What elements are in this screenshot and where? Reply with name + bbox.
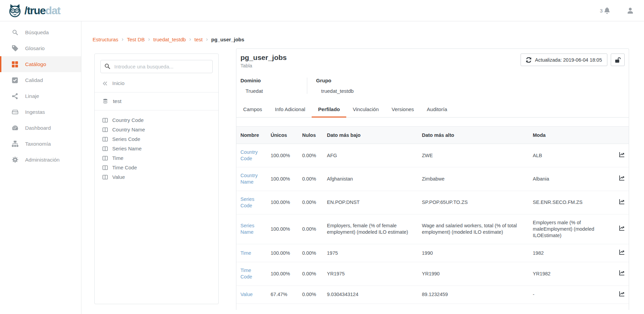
sidebar-item[interactable]: Linaje [0,88,81,104]
main-content: Estructuras › Test DB › truedat_testdb ›… [81,21,644,314]
chart-line-icon[interactable] [619,249,625,255]
highest-value-cell: YR1990 [418,262,529,286]
metadata-field: Dominio Truedat [240,78,307,94]
breadcrumb-separator: › [206,36,208,42]
sidebar-item[interactable]: Dashboard [0,120,81,136]
nulls-percent-cell: 0.00% [298,214,323,244]
field-name-link[interactable]: Time Code [240,268,252,279]
divider [95,92,218,92]
chart-line-icon[interactable] [619,199,625,205]
unique-percent-cell: 100.00% [267,262,298,286]
structure-type-label: Tabla [240,63,287,68]
tree-field-item[interactable]: Time Code [102,165,213,170]
sidebar-item-label: Ingestas [25,109,45,115]
sidebar-item[interactable]: Catálogo [0,56,81,72]
metadata-value: Truedat [246,88,297,94]
profile-table-row: Time Code 100.00% 0.00% YR1975 YR1990 YR… [236,262,629,286]
highest-value-cell: SP.POP.65UP.TO.ZS [418,191,529,214]
highest-value-cell: Zimbabwe [418,167,529,191]
actions-column-header [610,127,629,144]
breadcrumb-link[interactable]: Test DB [127,37,145,42]
user-icon[interactable] [627,7,634,14]
columns-icon [102,165,108,170]
field-name-link[interactable]: Country Code [240,149,258,161]
chart-line-icon[interactable] [619,270,625,276]
tree-field-item[interactable]: Series Code [102,136,213,142]
metadata-field: Grupo truedat_testdb [307,78,373,94]
profile-table-row: Country Code 100.00% 0.00% AFG ZWE ALB [236,144,629,167]
sidebar-item[interactable]: Taxonomía [0,136,81,152]
angle-double-left-icon [102,81,108,86]
breadcrumb-current: pg_user_jobs [211,37,245,42]
field-name-link[interactable]: Series Name [240,223,254,235]
tab[interactable]: Info Adicional [269,102,312,118]
mode-value-cell: ALB [529,144,610,167]
mode-value-cell: YR1982 [529,262,610,286]
breadcrumb-link[interactable]: truedat_testdb [153,37,186,42]
tree-search-input[interactable] [100,60,213,73]
mode-value-cell: - [529,286,610,303]
lowest-value-cell: AFG [323,144,418,167]
unique-percent-cell: 100.00% [267,144,298,167]
breadcrumb-separator: › [189,36,191,42]
breadcrumb: Estructuras › Test DB › truedat_testdb ›… [93,36,628,42]
truedat-logo[interactable]: /truedat [7,3,60,18]
top-navbar: /truedat 3 [0,0,644,21]
notifications-button[interactable]: 3 [600,7,610,14]
chart-line-icon[interactable] [619,175,625,181]
field-name-link[interactable]: Value [240,292,253,297]
unique-percent-cell: 100.00% [267,214,298,244]
breadcrumb-separator: › [148,36,150,42]
unique-percent-cell: 100.00% [267,167,298,191]
tree-back-label: Inicio [112,80,124,86]
sidebar-item[interactable]: Glosario [0,40,81,56]
breadcrumb-link[interactable]: test [194,37,202,42]
field-name-link[interactable]: Time [240,250,251,256]
lowest-value-cell: Afghanistan [323,167,418,191]
tree-field-item[interactable]: Country Code [102,117,213,123]
tab[interactable]: Perfilado [312,102,346,118]
refresh-updated-button[interactable]: Actualizada: 2019-06-04 18:05 [521,54,607,66]
sidebar-item[interactable]: Calidad [0,72,81,88]
tab[interactable]: Auditoría [421,102,454,118]
sidebar-item[interactable]: Ingestas [0,104,81,120]
tree-field-item[interactable]: Series Name [102,146,213,151]
tree-field-item[interactable]: Value [102,174,213,180]
profile-table-row: Series Code 100.00% 0.00% EN.POP.DNST SP… [236,191,629,214]
sidebar-item[interactable]: Búsqueda [0,24,81,40]
structure-detail-card: pg_user_jobs Tabla Actualizada: 2019-06-… [236,48,629,310]
tree-field-label: Series Name [112,146,142,151]
metadata-label: Grupo [316,78,363,83]
columns-icon [102,137,108,142]
grid-icon [12,61,18,67]
tab[interactable]: Campos [237,102,269,118]
tree-field-item[interactable]: Country Name [102,127,213,132]
breadcrumb-separator: › [122,36,123,42]
metadata-value: truedat_testdb [321,88,363,94]
chart-line-icon[interactable] [619,152,625,158]
sidebar-item[interactable]: Administración [0,152,81,168]
field-name-link[interactable]: Series Code [240,196,254,208]
tree-parent-item[interactable]: test [102,98,213,104]
owl-logo-icon [7,3,22,18]
tree-field-label: Series Code [112,136,140,142]
tab[interactable]: Versiones [385,102,421,118]
sidebar-item-label: Calidad [25,77,43,83]
unique-percent-cell: 100.00% [267,244,298,262]
tree-back-button[interactable]: Inicio [102,80,213,86]
lock-toggle-button[interactable] [611,54,625,66]
refresh-icon [526,57,531,63]
lowest-value-cell: EN.POP.DNST [323,191,418,214]
chart-line-icon[interactable] [619,225,625,231]
logo-text: /truedat [24,4,60,17]
field-name-link[interactable]: Country Name [240,173,258,185]
table-column-header: Únicos [267,127,298,144]
breadcrumb-link[interactable]: Estructuras [93,37,118,42]
main-sidebar: Búsqueda Glosario Catálogo Calidad [0,21,81,314]
tree-field-item[interactable]: Time [102,155,213,161]
chart-line-icon[interactable] [619,291,625,297]
nulls-percent-cell: 0.00% [298,167,323,191]
tab[interactable]: Vinculación [346,102,385,118]
divider [95,110,218,110]
nulls-percent-cell: 0.00% [298,286,323,303]
